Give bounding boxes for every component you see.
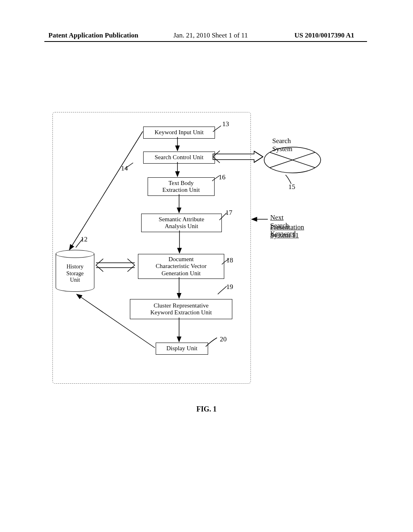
search-control-unit: Search Control Unit	[143, 152, 215, 164]
svg-line-2	[270, 152, 315, 168]
ref-19: 19	[226, 283, 233, 291]
text-body-extraction-unit: Text Body Extraction Unit	[148, 177, 215, 196]
document-vector-generation-unit: Document Characteristic Vector Generatio…	[138, 254, 224, 279]
history-storage-unit: History Storage Unit	[56, 250, 94, 293]
header-rule	[44, 41, 367, 42]
ref-17: 17	[225, 209, 232, 217]
header-left: Patent Application Publication	[48, 31, 138, 39]
docvec-l3: Generation Unit	[161, 270, 200, 277]
page: Patent Application Publication Jan. 21, …	[0, 0, 413, 532]
header-middle: Jan. 21, 2010 Sheet 1 of 11	[173, 31, 248, 39]
ref-13: 13	[222, 120, 229, 128]
cylinder-top	[56, 250, 94, 258]
text-body-l2: Extraction Unit	[163, 187, 200, 193]
svg-line-1	[270, 152, 315, 168]
system-title-l2: Presentation System 11	[270, 223, 304, 239]
semantic-l2: Analysis Unit	[165, 223, 198, 230]
docvec-l1: Document	[169, 256, 194, 263]
docvec-l2: Characteristic Vector	[156, 263, 206, 270]
ref-16: 16	[219, 173, 225, 181]
keyword-input-unit: Keyword Input Unit	[143, 127, 215, 139]
history-l2: Storage	[67, 270, 84, 276]
ref-15: 15	[288, 183, 295, 191]
text-body-l1: Text Body	[169, 180, 194, 187]
cluster-keyword-extraction-unit: Cluster Representative Keyword Extractio…	[130, 299, 232, 319]
cluster-l1: Cluster Representative	[154, 302, 209, 309]
ref-20: 20	[220, 335, 227, 343]
figure-caption: FIG. 1	[0, 405, 413, 414]
figure-diagram: Keyword Input Unit Search Control Unit T…	[52, 112, 302, 394]
ref-18: 18	[226, 256, 233, 264]
header-right: US 2010/0017390 A1	[294, 31, 354, 39]
ref-14: 14	[121, 164, 128, 172]
semantic-attribute-analysis-unit: Semantic Attribute Analysis Unit	[141, 214, 222, 232]
ref-12: 12	[81, 235, 88, 243]
semantic-l1: Semantic Attribute	[159, 216, 204, 223]
cluster-l2: Keyword Extraction Unit	[150, 309, 212, 316]
history-l1: History	[67, 264, 83, 270]
cylinder-body: History Storage Unit	[56, 254, 94, 292]
display-unit: Display Unit	[156, 343, 208, 355]
history-l3: Unit	[70, 277, 80, 283]
search-system-label: Search System	[272, 137, 302, 153]
